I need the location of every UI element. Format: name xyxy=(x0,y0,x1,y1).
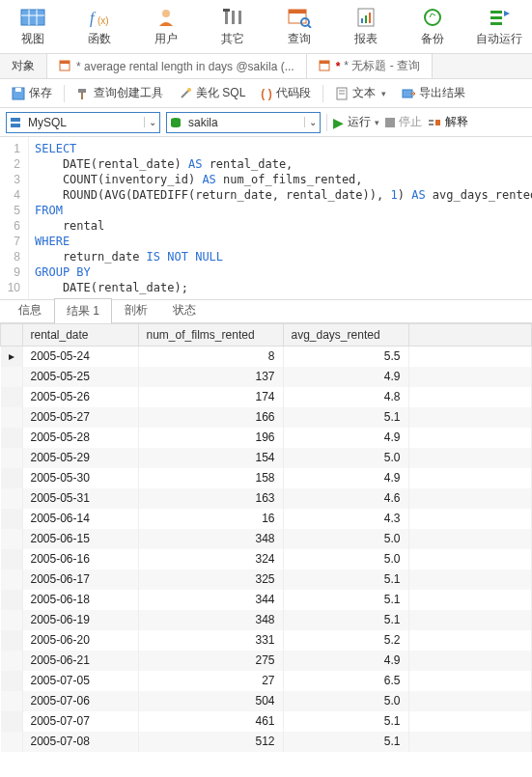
save-button[interactable]: 保存 xyxy=(8,83,56,103)
cell-date[interactable]: 2005-06-19 xyxy=(22,610,138,630)
run-button[interactable]: ▶ 运行 ▾ xyxy=(333,114,379,130)
cell-avg[interactable]: 5.0 xyxy=(283,448,408,468)
cell-count[interactable]: 325 xyxy=(138,569,283,590)
cell-avg[interactable]: 5.1 xyxy=(283,590,408,610)
cell-date[interactable]: 2005-06-17 xyxy=(22,569,138,590)
table-row[interactable]: 2005-06-173255.1 xyxy=(1,569,532,590)
cell-date[interactable]: 2005-07-05 xyxy=(22,671,138,691)
cell-count[interactable]: 163 xyxy=(138,488,283,509)
cell-avg[interactable]: 4.6 xyxy=(283,488,408,509)
table-row[interactable]: 2005-06-183445.1 xyxy=(1,590,532,610)
cell-date[interactable]: 2005-05-25 xyxy=(22,367,138,387)
explain-button[interactable]: 解释 xyxy=(428,114,468,130)
cell-avg[interactable]: 5.0 xyxy=(283,529,408,549)
report-button[interactable]: 报表 xyxy=(332,0,399,53)
beautify-button[interactable]: 美化 SQL xyxy=(175,83,249,103)
table-row[interactable]: 2005-06-14164.3 xyxy=(1,509,532,529)
cell-count[interactable]: 174 xyxy=(138,387,283,407)
cell-date[interactable]: 2005-06-15 xyxy=(22,529,138,549)
cell-count[interactable]: 512 xyxy=(138,732,283,752)
cell-count[interactable]: 16 xyxy=(138,509,283,529)
table-row[interactable]: 2005-05-281964.9 xyxy=(1,428,532,448)
function-button[interactable]: f(x) 函数 xyxy=(67,0,133,53)
cell-date[interactable]: 2005-06-16 xyxy=(22,549,138,569)
cell-avg[interactable]: 5.1 xyxy=(283,732,408,752)
cell-date[interactable]: 2005-06-20 xyxy=(22,630,138,651)
tab-query-2[interactable]: * * 无标题 - 查询 xyxy=(307,54,433,78)
cell-avg[interactable]: 4.9 xyxy=(283,468,408,488)
tab-objects[interactable]: 对象 xyxy=(0,54,47,78)
cell-avg[interactable]: 6.5 xyxy=(283,671,408,691)
cell-date[interactable]: 2005-05-30 xyxy=(22,468,138,488)
cell-count[interactable]: 324 xyxy=(138,549,283,569)
others-button[interactable]: 其它 xyxy=(200,0,266,53)
cell-date[interactable]: 2005-05-24 xyxy=(22,347,138,367)
table-row[interactable]: 2005-06-212754.9 xyxy=(1,651,532,671)
table-row[interactable]: 2005-07-074615.1 xyxy=(1,711,532,732)
cell-count[interactable]: 196 xyxy=(138,428,283,448)
stop-button[interactable]: 停止 xyxy=(385,114,422,130)
tab-result[interactable]: 结果 1 xyxy=(54,298,112,323)
table-row[interactable]: 2005-06-153485.0 xyxy=(1,529,532,549)
tab-status[interactable]: 状态 xyxy=(160,297,209,322)
cell-count[interactable]: 348 xyxy=(138,610,283,630)
cell-count[interactable]: 166 xyxy=(138,407,283,428)
cell-count[interactable]: 344 xyxy=(138,590,283,610)
cell-avg[interactable]: 5.0 xyxy=(283,691,408,711)
cell-count[interactable]: 137 xyxy=(138,367,283,387)
cell-date[interactable]: 2005-07-06 xyxy=(22,691,138,711)
table-row[interactable]: 2005-05-291545.0 xyxy=(1,448,532,468)
cell-date[interactable]: 2005-07-07 xyxy=(22,711,138,732)
tab-info[interactable]: 信息 xyxy=(6,297,54,322)
cell-avg[interactable]: 5.1 xyxy=(283,711,408,732)
export-button[interactable]: 导出结果 xyxy=(398,83,469,103)
col-avg-days[interactable]: avg_days_rented xyxy=(283,324,408,347)
cell-avg[interactable]: 5.5 xyxy=(283,347,408,367)
cell-date[interactable]: 2005-05-27 xyxy=(22,407,138,428)
code-area[interactable]: SELECT DATE(rental_date) AS rental_date,… xyxy=(29,137,532,299)
table-row[interactable]: 2005-05-251374.9 xyxy=(1,367,532,387)
table-row[interactable]: 2005-05-311634.6 xyxy=(1,488,532,509)
text-button[interactable]: 文本 ▾ xyxy=(331,83,390,103)
col-rental-date[interactable]: rental_date xyxy=(22,324,138,347)
cell-avg[interactable]: 5.1 xyxy=(283,407,408,428)
cell-count[interactable]: 331 xyxy=(138,630,283,651)
cell-count[interactable]: 504 xyxy=(138,691,283,711)
table-row[interactable]: 2005-06-203315.2 xyxy=(1,630,532,651)
cell-avg[interactable]: 4.8 xyxy=(283,387,408,407)
cell-count[interactable]: 8 xyxy=(138,347,283,367)
cell-count[interactable]: 158 xyxy=(138,468,283,488)
query-button[interactable]: 查询 xyxy=(266,0,333,53)
cell-date[interactable]: 2005-06-18 xyxy=(22,590,138,610)
table-row[interactable]: 2005-07-085125.1 xyxy=(1,732,532,752)
table-row[interactable]: ▸2005-05-2485.5 xyxy=(1,347,532,367)
sql-editor[interactable]: 12345678910 SELECT DATE(rental_date) AS … xyxy=(0,137,532,300)
cell-count[interactable]: 154 xyxy=(138,448,283,468)
cell-date[interactable]: 2005-05-28 xyxy=(22,428,138,448)
cell-avg[interactable]: 4.9 xyxy=(283,651,408,671)
cell-avg[interactable]: 4.3 xyxy=(283,509,408,529)
code-snippet-button[interactable]: ( ) 代码段 xyxy=(257,83,314,103)
database-combo[interactable]: sakila ⌄ xyxy=(166,112,321,133)
cell-count[interactable]: 275 xyxy=(138,651,283,671)
table-row[interactable]: 2005-06-163245.0 xyxy=(1,549,532,569)
col-num-films[interactable]: num_of_films_rented xyxy=(138,324,283,347)
cell-avg[interactable]: 5.0 xyxy=(283,549,408,569)
cell-date[interactable]: 2005-05-26 xyxy=(22,387,138,407)
view-button[interactable]: 视图 xyxy=(0,0,67,53)
table-row[interactable]: 2005-07-065045.0 xyxy=(1,691,532,711)
table-row[interactable]: 2005-07-05276.5 xyxy=(1,671,532,691)
cell-date[interactable]: 2005-06-14 xyxy=(22,509,138,529)
table-row[interactable]: 2005-05-261744.8 xyxy=(1,387,532,407)
cell-avg[interactable]: 5.1 xyxy=(283,610,408,630)
query-builder-button[interactable]: 查询创建工具 xyxy=(72,83,167,103)
backup-button[interactable]: 备份 xyxy=(399,0,465,53)
tab-profile[interactable]: 剖析 xyxy=(112,297,160,322)
cell-avg[interactable]: 4.9 xyxy=(283,428,408,448)
cell-avg[interactable]: 5.2 xyxy=(283,630,408,651)
table-row[interactable]: 2005-05-271665.1 xyxy=(1,407,532,428)
cell-count[interactable]: 461 xyxy=(138,711,283,732)
cell-avg[interactable]: 4.9 xyxy=(283,367,408,387)
cell-date[interactable]: 2005-07-08 xyxy=(22,732,138,752)
table-row[interactable]: 2005-05-301584.9 xyxy=(1,468,532,488)
